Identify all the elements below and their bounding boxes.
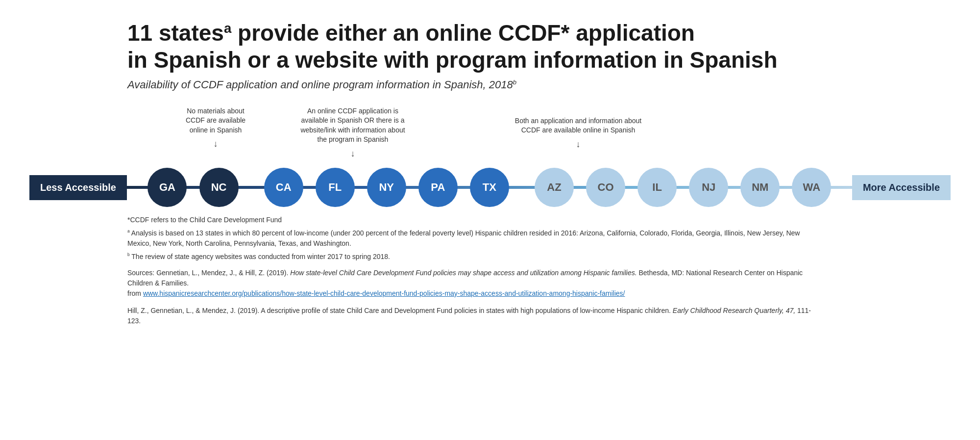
- circles-axis-row: Less Accessible GA NC CA: [29, 175, 951, 200]
- annotation-group3-arrow: ↓: [490, 139, 666, 150]
- footnote-source2: Hill, Z., Gennetian, L., & Mendez, J. (2…: [127, 306, 813, 326]
- annotation-group2-text: An online CCDF application isavailable i…: [284, 106, 421, 145]
- state-circle-NC: NC: [199, 168, 239, 207]
- footnote-b: b The review of state agency websites wa…: [127, 252, 813, 262]
- state-circle-NM: NM: [740, 168, 780, 207]
- group-divider-2: [521, 186, 522, 189]
- subtitle-sup: b: [513, 78, 516, 86]
- annotation-group1-text: No materials aboutCCDF are availableonli…: [176, 106, 255, 135]
- less-accessible-text: Less Accessible: [40, 182, 116, 193]
- annotation-group2-arrow: ↓: [284, 149, 421, 159]
- state-circle-WA: WA: [792, 168, 831, 207]
- state-circle-GA: GA: [147, 168, 187, 207]
- footnotes-section: *CCDF refers to the Child Care Developme…: [127, 215, 813, 326]
- annotation-group3: Both an application and information abou…: [490, 116, 666, 150]
- page-container: 11 statesa provide either an online CCDF…: [0, 0, 980, 440]
- footnote-ccdf: *CCDF refers to the Child Care Developme…: [127, 215, 813, 225]
- circles-container: GA NC CA FL NY PA TX AZ CO IL: [127, 168, 852, 207]
- state-circle-PA: PA: [418, 168, 458, 207]
- annotation-group1-arrow: ↓: [176, 139, 255, 149]
- state-circle-NY: NY: [367, 168, 406, 207]
- state-circle-IL: IL: [637, 168, 677, 207]
- footnote-source1: Sources: Gennetian, L., Mendez, J., & Hi…: [127, 268, 813, 299]
- state-circle-TX: TX: [470, 168, 509, 207]
- annotation-group2: An online CCDF application isavailable i…: [284, 106, 421, 159]
- subtitle-text: Availability of CCDF application and onl…: [127, 79, 513, 91]
- footnote-a: a Analysis is based on 13 states in whic…: [127, 228, 813, 249]
- chart-area: No materials aboutCCDF are availableonli…: [29, 106, 951, 200]
- subtitle: Availability of CCDF application and onl…: [127, 78, 813, 91]
- annotation-group1: No materials aboutCCDF are availableonli…: [176, 106, 255, 150]
- annotations-row: No materials aboutCCDF are availableonli…: [167, 106, 951, 175]
- less-accessible-label: Less Accessible: [29, 175, 127, 200]
- more-accessible-text: More Accessible: [863, 182, 940, 193]
- main-title: 11 statesa provide either an online CCDF…: [127, 20, 813, 74]
- state-circle-AZ: AZ: [535, 168, 574, 207]
- annotation-group3-text: Both an application and information abou…: [490, 116, 666, 135]
- state-circle-CA: CA: [264, 168, 303, 207]
- source1-link[interactable]: www.hispanicresearchcenter.org/publicati…: [143, 289, 625, 297]
- state-circle-CO: CO: [586, 168, 625, 207]
- title-section: 11 statesa provide either an online CCDF…: [127, 20, 813, 92]
- more-accessible-label: More Accessible: [852, 175, 951, 200]
- state-circle-FL: FL: [316, 168, 355, 207]
- group-divider-1: [251, 186, 252, 189]
- state-circle-NJ: NJ: [689, 168, 728, 207]
